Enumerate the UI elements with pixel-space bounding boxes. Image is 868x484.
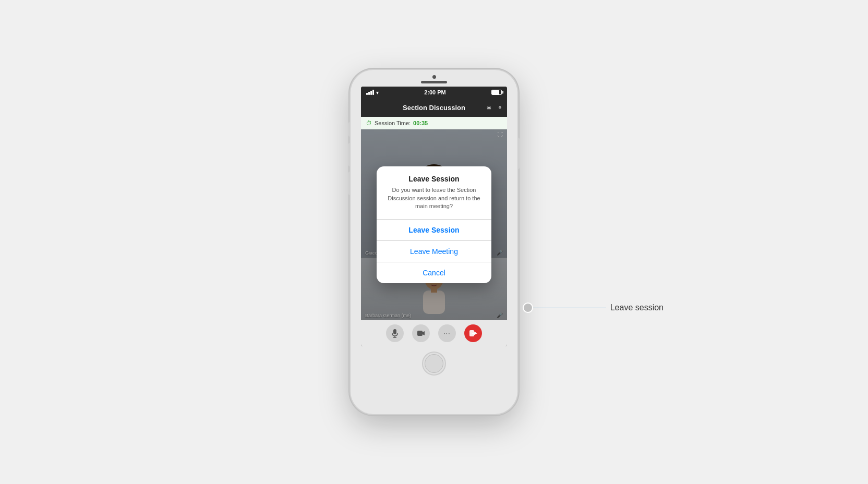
- annotation-dot: [523, 302, 533, 313]
- battery-fill: [492, 90, 499, 94]
- mic-icon: [391, 329, 399, 338]
- session-label: Session Time:: [375, 120, 411, 126]
- iphone-top: [366, 70, 502, 87]
- leave-session-control-button[interactable]: [464, 324, 482, 342]
- svg-rect-21: [417, 331, 423, 336]
- svg-marker-22: [423, 331, 425, 335]
- app-title: Section Discussion: [403, 104, 465, 112]
- more-button[interactable]: ···: [438, 324, 456, 342]
- earpiece-speaker: [421, 81, 447, 83]
- home-button[interactable]: [422, 352, 446, 376]
- leave-meeting-button[interactable]: Leave Meeting: [377, 241, 491, 262]
- controls-bar: ···: [361, 320, 507, 346]
- iphone-frame: ▾ 2:00 PM Section Discussion ∗ ⚬: [351, 70, 517, 414]
- header-icons: ∗ ⚬: [486, 104, 503, 112]
- screen: ▾ 2:00 PM Section Discussion ∗ ⚬: [361, 87, 507, 346]
- dialog-title: Leave Session: [385, 175, 483, 183]
- signal-bar-2: [368, 92, 370, 95]
- home-button-inner: [425, 354, 443, 373]
- more-icon: ···: [443, 330, 450, 337]
- signal-bar-3: [370, 91, 372, 95]
- session-time-value: 00:35: [413, 120, 428, 126]
- dialog-overlay: Leave Session Do you want to leave the S…: [361, 129, 507, 320]
- profile-icon[interactable]: ⚬: [497, 104, 503, 112]
- status-right: [491, 90, 502, 95]
- status-bar: ▾ 2:00 PM: [361, 87, 507, 98]
- svg-rect-18: [393, 329, 396, 334]
- signal-bar-1: [366, 93, 368, 95]
- camera-icon: [417, 330, 425, 336]
- dialog-message: Do you want to leave the Section Discuss…: [385, 186, 483, 210]
- page: ▾ 2:00 PM Section Discussion ∗ ⚬: [0, 0, 868, 484]
- signal-icon: [366, 90, 374, 95]
- front-camera: [432, 75, 436, 79]
- annotation: Leave session: [528, 303, 664, 312]
- status-left: ▾: [366, 90, 379, 95]
- volume-down-button: [348, 172, 351, 195]
- bluetooth-icon[interactable]: ∗: [486, 104, 492, 112]
- mic-button[interactable]: [386, 324, 404, 342]
- wifi-icon: ▾: [376, 90, 379, 95]
- session-bar: ⏱ Session Time: 00:35: [361, 117, 507, 129]
- app-header: Section Discussion ∗ ⚬: [361, 98, 507, 117]
- camera-button[interactable]: [412, 324, 430, 342]
- dialog-content: Leave Session Do you want to leave the S…: [377, 166, 491, 214]
- session-clock-icon: ⏱: [366, 120, 372, 126]
- volume-up-button: [348, 143, 351, 166]
- leave-session-dialog: Leave Session Do you want to leave the S…: [377, 166, 491, 283]
- silent-switch: [348, 122, 351, 137]
- annotation-line: [533, 308, 606, 308]
- status-time: 2:00 PM: [424, 89, 446, 95]
- annotation-text: Leave session: [610, 303, 664, 312]
- signal-bar-4: [372, 90, 374, 95]
- power-button: [517, 138, 520, 169]
- video-area: Giacom 🎤 ⛶: [361, 129, 507, 320]
- leave-session-icon: [469, 329, 477, 337]
- leave-session-button[interactable]: Leave Session: [377, 220, 491, 240]
- battery-icon: [491, 90, 502, 95]
- cancel-button[interactable]: Cancel: [377, 262, 491, 283]
